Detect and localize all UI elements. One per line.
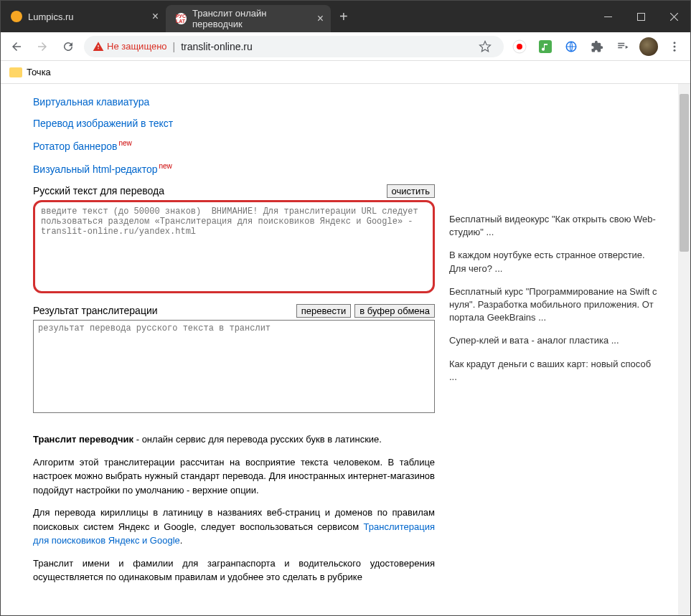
sidebar-item[interactable]: Как крадут деньги с ваших карт: новый сп…	[449, 358, 657, 384]
bookmark-item[interactable]: Точка	[27, 67, 51, 77]
output-label: Результат транслитерации	[33, 305, 158, 316]
menu-button[interactable]	[664, 37, 685, 57]
sidebar-item[interactable]: В каждом ноутбуке есть странное отверсти…	[449, 249, 657, 275]
separator: |	[173, 41, 176, 52]
folder-icon	[9, 67, 22, 77]
scrollbar-thumb[interactable]	[680, 94, 689, 252]
profile-avatar[interactable]	[639, 37, 659, 57]
close-icon[interactable]: ×	[152, 10, 159, 23]
svg-rect-4	[539, 40, 552, 53]
tab-title: Транслит онлайн переводчик	[192, 8, 311, 29]
extensions-icon[interactable]	[587, 37, 607, 57]
input-section-header: Русский текст для перевода очистить	[33, 184, 435, 198]
url-text: translit-online.ru	[181, 41, 253, 52]
nav-link-banner-rotator[interactable]: Ротатор баннеровnew	[33, 139, 435, 152]
star-icon[interactable]	[475, 37, 495, 57]
new-badge: new	[159, 162, 171, 170]
svg-point-3	[517, 44, 522, 49]
output-section-header: Результат транслитерации перевести в буф…	[33, 304, 435, 318]
source-textarea[interactable]	[33, 200, 435, 293]
reload-button[interactable]	[58, 37, 78, 57]
forward-button[interactable]	[32, 37, 52, 57]
article-body: Транслит переводчик - онлайн сервис для …	[33, 432, 435, 584]
input-label: Русский текст для перевода	[33, 185, 164, 196]
minimize-button[interactable]	[591, 1, 624, 32]
maximize-button[interactable]	[624, 1, 657, 32]
security-warning: Не защищено	[93, 41, 167, 52]
address-bar[interactable]: Не защищено | translit-online.ru	[84, 36, 504, 57]
favicon-icon	[11, 11, 22, 22]
window-controls	[591, 1, 690, 32]
tab-translit[interactable]: РУС LAT Транслит онлайн переводчик ×	[166, 5, 331, 32]
sidebar-ads: Бесплатный видеокурс "Как открыть свою W…	[449, 91, 657, 593]
copy-button[interactable]: в буфер обмена	[354, 304, 435, 318]
sidebar-item[interactable]: Бесплатный курс "Программирование на Swi…	[449, 285, 657, 325]
new-badge: new	[118, 139, 131, 147]
sidebar-item[interactable]: Супер-клей и вата - аналог пластика ...	[449, 334, 657, 347]
sidebar-item[interactable]: Бесплатный видеокурс "Как открыть свою W…	[449, 213, 657, 239]
clear-button[interactable]: очистить	[387, 184, 435, 198]
yandex-icon[interactable]	[509, 37, 530, 57]
nav-link-translit-to-russian[interactable]: Перевод с транслита на русский	[33, 85, 435, 86]
globe-icon[interactable]	[561, 37, 581, 57]
tab-lumpics[interactable]: Lumpics.ru ×	[1, 1, 166, 32]
warning-text: Не защищено	[107, 41, 167, 52]
page-content: Перевод с транслита на русский Виртуальн…	[1, 84, 678, 615]
back-button[interactable]	[6, 37, 27, 57]
translate-button[interactable]: перевести	[296, 304, 351, 318]
svg-point-6	[674, 42, 676, 44]
close-button[interactable]	[657, 1, 690, 32]
nav-link-ocr[interactable]: Перевод изображений в текст	[33, 118, 435, 129]
new-tab-button[interactable]: +	[331, 1, 357, 32]
svg-rect-0	[604, 16, 612, 17]
titlebar: Lumpics.ru × РУС LAT Транслит онлайн пер…	[1, 1, 690, 32]
close-icon[interactable]: ×	[317, 12, 324, 25]
svg-rect-1	[637, 13, 644, 20]
browser-toolbar: Не защищено | translit-online.ru	[1, 32, 690, 61]
nav-link-html-editor[interactable]: Визуальный html-редакторnew	[33, 162, 435, 175]
warning-icon	[93, 41, 104, 52]
music-icon[interactable]	[535, 37, 555, 57]
vertical-scrollbar[interactable]	[678, 84, 690, 615]
result-textarea[interactable]	[33, 320, 435, 413]
bookmarks-bar: Точка	[1, 61, 690, 84]
svg-point-7	[674, 45, 676, 47]
favicon-icon: РУС LAT	[176, 13, 187, 24]
tab-title: Lumpics.ru	[28, 11, 74, 22]
nav-link-keyboard[interactable]: Виртуальная клавиатура	[33, 96, 435, 108]
reading-list-icon[interactable]	[613, 37, 633, 57]
article-title: Транслит переводчик	[33, 434, 133, 445]
svg-point-8	[674, 49, 676, 51]
